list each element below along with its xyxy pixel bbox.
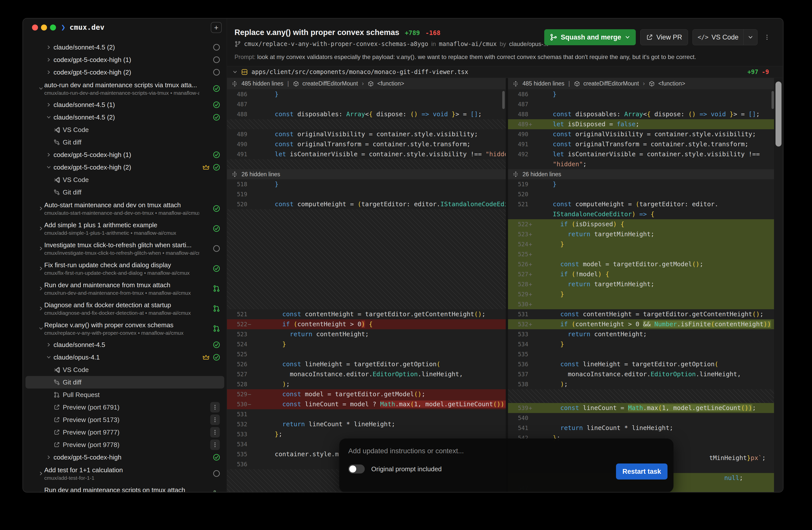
code-line: 521 const computeHeight = (targetEditor:…: [508, 199, 775, 209]
code-line: 528 );: [227, 379, 506, 389]
window-close-button[interactable]: [32, 25, 38, 30]
agent-branch-item[interactable]: codex/gpt-5-codex-high: [23, 451, 227, 463]
window-zoom-button[interactable]: [50, 25, 56, 30]
chevron-right-icon[interactable]: [46, 45, 51, 50]
header-overflow-menu-button[interactable]: [762, 29, 772, 45]
agent-branch-item[interactable]: claude/sonnet-4.5 (2): [23, 41, 227, 54]
line-number: 526: [508, 259, 528, 269]
agent-branch-item[interactable]: codex/gpt-5-codex-high (2): [23, 161, 227, 173]
chevron-right-icon[interactable]: [39, 306, 44, 311]
code-line: 490 const originalTransform = container.…: [227, 139, 506, 149]
chevron-down-icon[interactable]: [625, 34, 630, 40]
chevron-right-icon[interactable]: [39, 206, 44, 211]
file-header[interactable]: apps/client/src/components/monaco/monaco…: [227, 66, 783, 78]
tool-item[interactable]: Git diff: [23, 186, 227, 199]
task-item[interactable]: auto-run dev and maintenance scripts via…: [23, 78, 227, 99]
chevron-down-icon[interactable]: [39, 326, 44, 331]
agent-branch-item[interactable]: claude/sonnet-4.5: [23, 339, 227, 351]
scrollbar[interactable]: [774, 78, 783, 492]
preview-menu-button[interactable]: [210, 427, 220, 438]
agent-branch-item[interactable]: codex/gpt-5-codex-high (1): [23, 54, 227, 66]
agent-branch-item[interactable]: claude/sonnet-4.5 (2): [23, 111, 227, 124]
squash-and-merge-button[interactable]: Squash and merge: [544, 29, 636, 45]
diff-original-pane[interactable]: 485 hidden lines|createDiffEditorMount›<…: [227, 78, 506, 492]
code-line: 536 const lineHeight = targetEditor.getO…: [508, 359, 775, 369]
editor-scrollbar-thumb[interactable]: [502, 91, 505, 109]
item-label: Replace v.any() with proper convex schem…: [44, 321, 199, 329]
preview-item[interactable]: Preview (port 9778): [23, 439, 227, 451]
instructions-input[interactable]: Add updated instructions or context...: [348, 447, 464, 455]
agent-branch-item[interactable]: codex/gpt-5-codex-high (2): [23, 66, 227, 78]
original-prompt-toggle[interactable]: [348, 464, 365, 473]
tool-item[interactable]: VS Code: [23, 173, 227, 186]
vscode-icon: [54, 126, 60, 133]
restart-task-button[interactable]: Restart task: [616, 463, 667, 479]
preview-item[interactable]: Preview (port 5173): [23, 414, 227, 426]
chevron-right-icon[interactable]: [46, 152, 51, 157]
tool-item[interactable]: VS Code: [23, 363, 227, 376]
chevron-down-icon[interactable]: [39, 86, 44, 91]
tool-item[interactable]: Pull Request: [23, 388, 227, 401]
open-vscode-button[interactable]: </> VS Code: [693, 29, 743, 45]
chevron-right-icon[interactable]: [46, 342, 51, 347]
preview-item[interactable]: Preview (port 6791): [23, 401, 227, 414]
chevron-right-icon[interactable]: [39, 246, 44, 251]
agent-branch-item[interactable]: claude/sonnet-4.5 (1): [23, 99, 227, 111]
chevron-down-icon[interactable]: [232, 70, 237, 74]
chevron-right-icon[interactable]: [46, 57, 51, 62]
pullrequest-icon: [54, 391, 60, 398]
preview-menu-button[interactable]: [210, 402, 220, 413]
chevron-right-icon[interactable]: [46, 70, 51, 75]
line-number: 541: [508, 423, 528, 433]
preview-menu-button[interactable]: [210, 415, 220, 425]
status-complete-icon: [213, 265, 220, 272]
chevron-right-icon[interactable]: [39, 226, 44, 231]
task-item[interactable]: Auto-start maintenance and dev on tmux a…: [23, 199, 227, 218]
task-item[interactable]: Run dev and maintenance scripts on tmux …: [23, 484, 227, 492]
diff-modified-pane[interactable]: 485 hidden lines|createDiffEditorMount›<…: [508, 78, 775, 492]
chevron-down-icon[interactable]: [46, 115, 51, 120]
editor-scrollbar-thumb[interactable]: [771, 91, 774, 109]
chevron-right-icon[interactable]: [46, 102, 51, 107]
tool-item[interactable]: Git diff: [26, 376, 224, 388]
chevron-right-icon[interactable]: [39, 266, 44, 271]
task-item[interactable]: Replace v.any() with proper convex schem…: [23, 318, 227, 339]
preview-item[interactable]: Preview (port 9777): [23, 426, 227, 439]
new-task-button[interactable]: +: [211, 22, 222, 33]
chevron-right-icon[interactable]: [39, 491, 44, 492]
task-item[interactable]: Fix first-run update check and dialog di…: [23, 258, 227, 278]
task-item[interactable]: Diagnose and fix docker detection at sta…: [23, 299, 227, 318]
code-line: 521 const contentHeight = targetEditor.g…: [227, 309, 506, 319]
chevron-down-icon[interactable]: [46, 165, 51, 170]
agent-name[interactable]: claude/opus-...: [509, 41, 548, 47]
hidden-lines-header[interactable]: 485 hidden lines|createDiffEditorMount›<…: [227, 78, 506, 89]
preview-menu-button[interactable]: [210, 440, 220, 450]
chevron-right-icon[interactable]: [39, 286, 44, 291]
task-item[interactable]: Add test for 1+1 calculationcmux/add-tes…: [23, 463, 227, 484]
line-number: 520: [227, 199, 247, 209]
agent-branch-item[interactable]: codex/gpt-5-codex-high (1): [23, 148, 227, 161]
task-item[interactable]: Add simple 1 plus 1 arithmetic examplecm…: [23, 218, 227, 239]
repo-name[interactable]: manaflow-ai/cmux: [439, 41, 497, 47]
line-number: 533: [508, 329, 528, 339]
chevron-right-icon[interactable]: [46, 455, 51, 460]
tool-item[interactable]: VS Code: [23, 124, 227, 136]
hidden-lines-bar[interactable]: 26 hidden lines: [227, 169, 506, 179]
code-line: 523 return contentHeight;: [227, 329, 506, 339]
tool-item[interactable]: Git diff: [23, 136, 227, 148]
line-number: [508, 209, 528, 219]
task-item[interactable]: Investigate tmux click-to-refresh glitch…: [23, 239, 227, 258]
view-pr-button[interactable]: View PR: [640, 29, 688, 45]
hidden-lines-count: 26 hidden lines: [522, 171, 561, 178]
hidden-lines-header[interactable]: 485 hidden lines|createDiffEditorMount›<…: [508, 78, 775, 89]
line-number: 539: [508, 403, 528, 413]
chevron-down-icon[interactable]: [46, 355, 51, 360]
code-line: 531 const contentHeight = targetEditor.g…: [508, 309, 775, 319]
hidden-lines-bar[interactable]: 26 hidden lines: [508, 169, 775, 179]
window-minimize-button[interactable]: [41, 25, 47, 30]
chevron-right-icon[interactable]: [39, 471, 44, 476]
agent-branch-item[interactable]: claude/opus-4.1: [23, 351, 227, 363]
scrollbar-thumb[interactable]: [775, 82, 782, 146]
task-item[interactable]: Run dev and maintenance from tmux attach…: [23, 278, 227, 299]
vscode-dropdown-button[interactable]: [744, 29, 757, 45]
